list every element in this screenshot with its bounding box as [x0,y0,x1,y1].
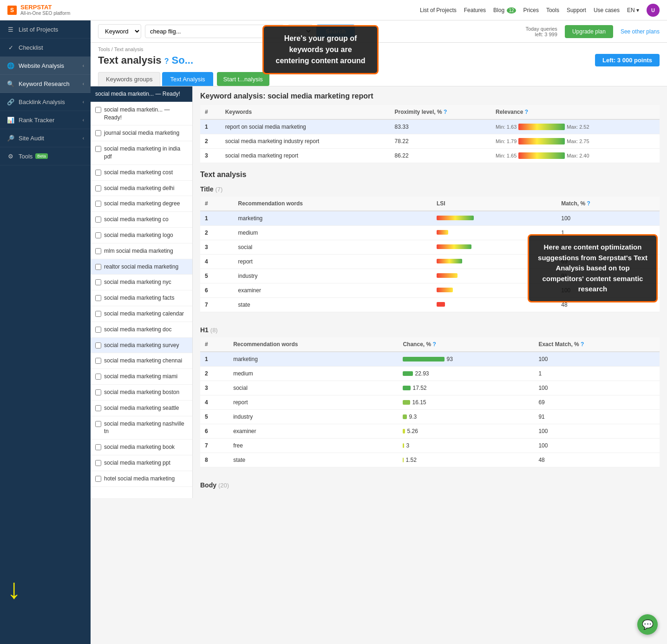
keyword-item-3[interactable]: social media marketing in india pdf [91,141,192,165]
nav-features[interactable]: Features [464,7,486,13]
audit-icon: 🔎 [7,134,15,142]
keyword-text: social media marketing nashville tn [104,420,188,436]
table-row: 2 medium 22.93 1 [200,367,660,381]
user-avatar[interactable]: U [647,4,660,17]
keyword-item-14[interactable]: social media marketing doc [91,322,192,338]
nav-tools[interactable]: Tools [546,7,559,13]
sidebar-item-backlink-analysis[interactable]: 🔗 Backlink Analysis ‹ [0,93,91,111]
keyword-text: social media marketing doc [104,326,188,334]
keyword-checkbox[interactable] [95,327,101,333]
keyword-text: realtor social media marketing [104,263,188,271]
keyword-checkbox[interactable] [95,217,101,223]
keyword-item-19[interactable]: social media marketing seattle [91,401,192,416]
body-section-header: Body (20) [200,481,660,489]
keyword-item-9[interactable]: mlm social media marketing [91,243,192,259]
keyword-item-11[interactable]: social media marketing nyc [91,275,192,290]
sidebar-item-website-analysis[interactable]: 🌐 Website Analysis ‹ [0,57,91,75]
points-badge: Left: 3 000 points [595,54,660,66]
keyword-checkbox[interactable] [95,342,101,348]
nav-support[interactable]: Support [567,7,586,13]
keyword-text: social media marketing logo [104,231,188,239]
nav-use-cases[interactable]: Use cases [594,7,620,13]
row-word: medium [234,226,432,240]
keyword-checkbox[interactable] [95,201,101,207]
keyword-item-13[interactable]: social media marketing calendar [91,306,192,322]
keyword-checkbox[interactable] [95,389,101,395]
col-header-keywords: Keywords [221,105,390,119]
keyword-checkbox[interactable] [95,405,101,411]
search-type-select[interactable]: Keyword [98,24,141,39]
help-icon[interactable]: ? [164,57,169,65]
row-num: 4 [200,395,229,410]
keyword-item-5[interactable]: social media marketing delhi [91,181,192,197]
keyword-checkbox[interactable] [95,264,101,270]
keyword-checkbox[interactable] [95,374,101,380]
chevron-icon-5: ‹ [83,136,84,141]
keyword-item-23[interactable]: hotel social media marketing [91,471,192,487]
keyword-checkbox[interactable] [95,279,101,285]
keyword-item-20[interactable]: social media marketing nashville tn [91,416,192,440]
keyword-item-7[interactable]: social media marketing co [91,212,192,228]
language-selector[interactable]: EN ▾ [627,7,639,13]
keyword-item-17[interactable]: social media marketing miami [91,369,192,385]
sidebar-label-website-analysis: Website Analysis [19,62,64,69]
keyword-checkbox[interactable] [95,130,101,136]
keyword-item-2[interactable]: journal social media marketing [91,125,192,141]
table-row: 6 examiner 5.26 100 [200,424,660,439]
keyword-text: social media marketing survey [104,342,188,349]
logo: S SERPSTAT All-in-One SEO platform [7,4,70,16]
table-row: 3 social media marketing report 86.22 Mi… [200,149,660,163]
keyword-checkbox[interactable] [95,185,101,191]
keyword-checkbox[interactable] [95,248,101,254]
keyword-item-6[interactable]: social media marketing degree [91,196,192,212]
search-bar: Keyword ... Search Today queriesleft: 3 … [91,20,667,43]
start-analysis-button[interactable]: Start t...nalysis [217,72,269,86]
tab-text-analysis[interactable]: Text Analysis [162,72,213,86]
keyword-checkbox[interactable] [95,146,101,152]
keyword-checkbox[interactable] [95,358,101,364]
keyword-item-16[interactable]: social media marketing chennai [91,353,192,369]
keyword-checkbox[interactable] [95,107,101,113]
tab-keywords-groups[interactable]: Keywords groups [98,72,160,86]
sidebar-label-backlink-analysis: Backlink Analysis [19,99,65,105]
sidebar-item-site-audit[interactable]: 🔎 Site Audit ‹ [0,129,91,147]
keyword-item-active[interactable]: social media marketin... — Ready! [91,86,192,102]
nav-prices[interactable]: Prices [523,7,539,13]
upgrade-plan-button[interactable]: Upgrade plan [565,25,613,38]
keyword-checkbox[interactable] [95,232,101,238]
col-header-relevance: Relevance ? [491,105,660,119]
keyword-item-18[interactable]: social media marketing boston [91,385,192,401]
nav-blog[interactable]: Blog 12 [493,7,516,13]
row-word: marketing [234,211,432,226]
sidebar-item-keyword-research[interactable]: 🔍 Keyword Research ‹ [0,75,91,93]
keyword-checkbox[interactable] [95,421,101,427]
keyword-checkbox[interactable] [95,460,101,466]
chart-icon: 📊 [7,116,15,124]
keyword-text: social media marketing nyc [104,278,188,286]
keyword-item-22[interactable]: social media marketing ppt [91,455,192,471]
row-keyword: report on social media marketing [221,119,390,134]
keyword-checkbox[interactable] [95,311,101,317]
keyword-item-15[interactable]: social media marketing survey [91,338,192,354]
keyword-checkbox[interactable] [95,444,101,450]
nav-list-projects[interactable]: List of Projects [420,7,457,13]
sidebar-item-tools[interactable]: ⚙ Tools Beta [0,147,91,165]
see-other-plans-link[interactable]: See other plans [621,28,660,35]
keyword-item-4[interactable]: social media marketing cost [91,165,192,181]
keyword-checkbox[interactable] [95,476,101,482]
sidebar-item-checklist[interactable]: ✓ Checklist [0,39,91,57]
keyword-item-10[interactable]: realtor social media marketing [91,259,192,275]
keyword-checkbox[interactable] [95,295,101,301]
row-chance: 3 [398,439,534,453]
sidebar-item-rank-tracker[interactable]: 📊 Rank Tracker ‹ [0,111,91,129]
row-word: examiner [234,283,432,298]
keyword-item-21[interactable]: social media marketing book [91,440,192,455]
keyword-item-12[interactable]: social media marketing facts [91,290,192,306]
sidebar-item-list-of-projects[interactable]: ☰ List of Projects [0,20,91,39]
keyword-item-1[interactable]: social media marketin... — Ready! [91,102,192,126]
row-proximity: 86.22 [390,149,491,163]
chat-widget[interactable]: 💬 [637,614,658,635]
keyword-item-8[interactable]: social media marketing logo [91,228,192,243]
row-exact-match: 100 [534,352,660,367]
keyword-checkbox[interactable] [95,170,101,176]
